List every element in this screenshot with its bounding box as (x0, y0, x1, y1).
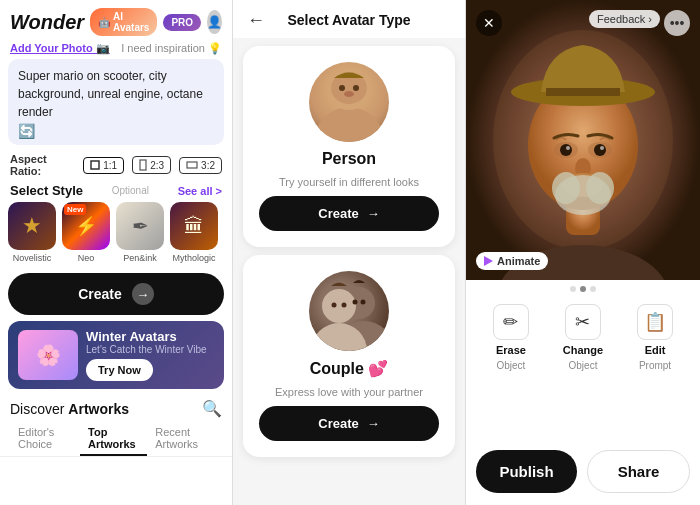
svg-rect-1 (140, 160, 146, 170)
tab-top-artworks[interactable]: Top Artworks (80, 422, 147, 456)
publish-button[interactable]: Publish (476, 450, 577, 493)
panel-avatar-type: ← Select Avatar Type (233, 0, 466, 505)
person-avatar-image (309, 62, 389, 142)
edit-sub: Prompt (639, 360, 671, 371)
svg-point-28 (566, 146, 570, 150)
couple-card-title: Couple 💕 (310, 359, 389, 378)
panel2-title: Select Avatar Type (287, 12, 410, 28)
edit-prompt-icon: 📋 (637, 304, 673, 340)
ratio-btn-2-3[interactable]: 2:3 (132, 156, 171, 174)
couple-create-button[interactable]: Create → (259, 406, 439, 441)
create-button[interactable]: Create → (8, 273, 224, 315)
person-create-button[interactable]: Create → (259, 196, 439, 231)
svg-point-3 (314, 107, 384, 142)
panel-main: Wonder 🤖 AI Avatars PRO 👤 Add Your Photo… (0, 0, 233, 505)
back-arrow-icon[interactable]: ← (247, 10, 265, 31)
add-photo-row: Add Your Photo 📷 I need inspiration 💡 (0, 40, 232, 59)
panel-result: ✕ Feedback › ••• Animate ✏ Erase Object (466, 0, 700, 505)
svg-point-7 (353, 85, 359, 91)
style-name-mythological: Mythologic (172, 253, 215, 263)
svg-point-33 (552, 172, 580, 204)
result-image: ✕ Feedback › ••• Animate (466, 0, 700, 280)
prompt-textarea[interactable]: Super mario on scooter, city background,… (8, 59, 224, 145)
style-item-mythological[interactable]: 🏛 Mythologic (170, 202, 218, 263)
refresh-icon[interactable]: 🔄 (18, 123, 35, 139)
inspiration-text[interactable]: I need inspiration 💡 (121, 42, 222, 55)
svg-point-8 (344, 91, 354, 97)
ratio-btn-3-2[interactable]: 3:2 (179, 157, 222, 174)
animate-play-icon (484, 256, 493, 266)
create-arrow-icon: → (132, 283, 154, 305)
svg-point-6 (339, 85, 345, 91)
user-avatar[interactable]: 👤 (207, 10, 222, 34)
image-dots-indicator (466, 280, 700, 296)
discover-title: Discover Artworks (10, 401, 129, 417)
svg-point-27 (594, 144, 606, 156)
svg-point-15 (353, 300, 358, 305)
close-button[interactable]: ✕ (476, 10, 502, 36)
see-all-button[interactable]: See all > (178, 185, 222, 197)
bottom-buttons: Publish Share (466, 442, 700, 505)
style-name-novelistic: Novelistic (13, 253, 52, 263)
create-arrow-icon-person: → (367, 206, 380, 221)
discover-tabs: Editor's Choice Top Artworks Recent Artw… (0, 420, 232, 457)
style-item-penink[interactable]: ✒ Pen&ink (116, 202, 164, 263)
svg-point-34 (586, 172, 614, 204)
person-card-title: Person (322, 150, 376, 168)
dot-1 (570, 286, 576, 292)
aspect-ratio-row: Aspect Ratio: 1:1 2:3 3:2 (0, 149, 232, 181)
more-options-button[interactable]: ••• (664, 10, 690, 36)
svg-point-13 (332, 303, 337, 308)
try-now-button[interactable]: Try Now (86, 359, 153, 381)
style-item-neo[interactable]: New ⚡ Neo (62, 202, 110, 263)
panel1-header: Wonder 🤖 AI Avatars PRO 👤 (0, 0, 232, 40)
search-icon[interactable]: 🔍 (202, 399, 222, 418)
change-label: Change (563, 344, 603, 356)
ratio-landscape-icon (186, 161, 198, 169)
couple-avatar-image (309, 271, 389, 351)
dot-2 (580, 286, 586, 292)
cowboy-portrait (466, 0, 700, 280)
select-style-label: Select Style (10, 183, 83, 198)
pro-badge[interactable]: PRO (163, 14, 201, 31)
erase-object-action[interactable]: ✏ Erase Object (493, 304, 529, 371)
actions-row: ✏ Erase Object ✂ Change Object 📋 Edit Pr… (466, 296, 700, 375)
ai-avatars-badge[interactable]: 🤖 AI Avatars (90, 8, 157, 36)
feedback-arrow-icon: › (648, 13, 652, 25)
person-card: Person Try yourself in different looks C… (243, 46, 455, 247)
edit-prompt-action[interactable]: 📋 Edit Prompt (637, 304, 673, 371)
prompt-text[interactable]: Super mario on scooter, city background,… (18, 67, 214, 121)
winter-banner-image: 🌸 (18, 330, 78, 380)
person-card-desc: Try yourself in different looks (279, 176, 419, 188)
create-arrow-icon-couple: → (367, 416, 380, 431)
tab-editors-choice[interactable]: Editor's Choice (10, 422, 80, 456)
erase-object-icon: ✏ (493, 304, 529, 340)
winter-banner-text: Winter Avatars Let's Catch the Winter Vi… (86, 329, 214, 381)
svg-point-14 (342, 303, 347, 308)
style-grid: ★ Novelistic New ⚡ Neo ✒ Pen&ink 🏛 (0, 202, 232, 269)
feedback-button[interactable]: Feedback › (589, 10, 660, 28)
change-object-icon: ✂ (565, 304, 601, 340)
animate-badge[interactable]: Animate (476, 252, 548, 270)
winter-title: Winter Avatars (86, 329, 214, 344)
couple-face-image (309, 271, 389, 351)
aspect-ratio-label: Aspect Ratio: (10, 153, 75, 177)
add-photo-link[interactable]: Add Your Photo 📷 (10, 42, 110, 55)
change-sub: Object (569, 360, 598, 371)
style-name-neo: Neo (78, 253, 95, 263)
svg-rect-2 (187, 162, 197, 168)
erase-sub: Object (496, 360, 525, 371)
ratio-btn-1-1[interactable]: 1:1 (83, 157, 124, 174)
style-item-novelistic[interactable]: ★ Novelistic (8, 202, 56, 263)
new-badge: New (64, 204, 86, 215)
svg-rect-23 (546, 88, 620, 96)
share-button[interactable]: Share (587, 450, 690, 493)
svg-point-16 (361, 300, 366, 305)
change-object-action[interactable]: ✂ Change Object (563, 304, 603, 371)
optional-label: Optional (112, 185, 149, 196)
dot-3 (590, 286, 596, 292)
style-thumb-mythological: 🏛 (170, 202, 218, 250)
style-thumb-penink: ✒ (116, 202, 164, 250)
style-thumb-novelistic: ★ (8, 202, 56, 250)
tab-recent-artworks[interactable]: Recent Artworks (147, 422, 222, 456)
